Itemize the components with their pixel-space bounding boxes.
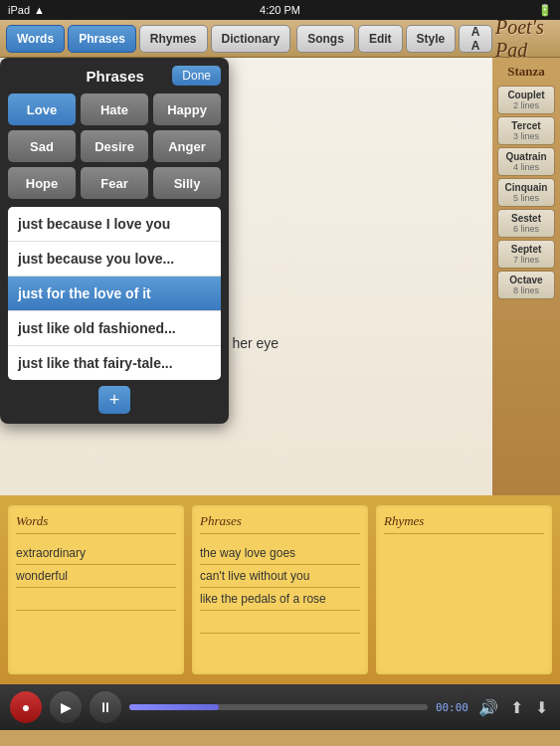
note-card-words-item: wonderful [16,565,176,588]
emotion-btn-love[interactable]: Love [8,93,76,125]
stanza-btn-couplet[interactable]: Couplet 2 lines [497,86,555,114]
toolbar-btn-edit[interactable]: Edit [358,25,403,53]
note-cards-area: Words extraordinary wonderful Phrases th… [0,495,560,684]
app-title: Poet's Pad [495,16,554,62]
carrier-label: iPad [8,4,30,16]
phrase-list: just because I love you just because you… [8,207,221,380]
note-card-rhymes-title: Rhymes [384,513,544,534]
stanza-btn-septet[interactable]: Septet 7 lines [497,240,555,269]
stanza-btn-sestet[interactable]: Sestet 6 lines [497,209,555,238]
phrase-item[interactable]: just like old fashioned... [8,311,221,346]
transport-time: 00:00 [436,701,468,714]
note-card-words-item: extraordinary [16,542,176,565]
emotion-grid: Love Hate Happy Sad Desire Anger Hope Fe… [8,93,221,199]
phrase-item-selected[interactable]: just for the love of it [8,277,221,311]
note-card-rhymes: Rhymes [376,505,552,674]
download-icon[interactable]: ⬇ [533,696,550,719]
status-bar: iPad ▲ 4:20 PM 🔋 [0,0,560,20]
editor-area[interactable]: s gone s along he's done house a home an… [0,58,492,495]
volume-icon[interactable]: 🔊 [476,696,500,719]
phrase-item[interactable]: just because I love you [8,207,221,242]
emotion-btn-hope[interactable]: Hope [8,167,76,199]
note-card-words-item [16,588,176,611]
wifi-icon: ▲ [34,4,45,16]
transport-bar: ● ▶ ⏸ 00:00 🔊 ⬆ ⬇ [0,684,560,730]
time-label: 4:20 PM [260,4,300,16]
transport-progress[interactable] [129,704,428,710]
note-card-words-title: Words [16,513,176,534]
phrases-title: Phrases [58,68,172,85]
pause-button[interactable]: ⏸ [90,691,121,723]
emotion-btn-fear[interactable]: Fear [81,167,148,199]
emotion-btn-happy[interactable]: Happy [153,93,221,125]
phrase-item[interactable]: just like that fairy-tale... [8,346,221,380]
note-card-words: Words extraordinary wonderful [8,505,184,674]
record-button[interactable]: ● [10,691,42,723]
phrases-panel: Phrases Done Love Hate Happy Sad Desire … [0,58,229,424]
emotion-btn-hate[interactable]: Hate [81,93,148,125]
top-toolbar: Words Phrases Rhymes Dictionary Songs Ed… [0,20,560,58]
stanza-btn-quatrain[interactable]: Quatrain 4 lines [497,147,555,176]
note-card-phrases-item: can't live without you [200,565,360,588]
emotion-btn-anger[interactable]: Anger [153,130,221,162]
main-area: s gone s along he's done house a home an… [0,58,560,495]
phrase-item[interactable]: just because you love... [8,242,221,277]
note-card-phrases: Phrases the way love goes can't live wit… [192,505,368,674]
share-icon[interactable]: ⬆ [508,696,525,719]
toolbar-btn-aa[interactable]: A A [459,25,492,53]
record-icon: ● [22,699,30,715]
stanza-btn-cinquain[interactable]: Cinquain 5 lines [497,178,555,207]
toolbar-btn-dictionary[interactable]: Dictionary [211,25,291,53]
toolbar-btn-rhymes[interactable]: Rhymes [139,25,208,53]
toolbar-btn-phrases[interactable]: Phrases [68,25,136,53]
note-card-phrases-title: Phrases [200,513,360,534]
emotion-btn-desire[interactable]: Desire [81,130,148,162]
stanza-panel: Stanza Couplet 2 lines Tercet 3 lines Qu… [492,58,560,495]
stanza-btn-tercet[interactable]: Tercet 3 lines [497,116,555,145]
stanza-btn-octave[interactable]: Octave 8 lines [497,271,555,299]
toolbar-btn-words[interactable]: Words [6,25,65,53]
toolbar-btn-style[interactable]: Style [406,25,457,53]
pause-icon: ⏸ [98,699,112,715]
stanza-title: Stanza [507,64,545,80]
toolbar-btn-songs[interactable]: Songs [296,25,355,53]
emotion-btn-silly[interactable]: Silly [153,167,221,199]
transport-progress-fill [129,704,219,710]
play-button[interactable]: ▶ [50,691,82,723]
phrase-add-button[interactable]: + [98,386,130,414]
note-card-phrases-item: like the pedals of a rose [200,588,360,611]
phrases-header: Phrases Done [8,66,221,86]
emotion-btn-sad[interactable]: Sad [8,130,76,162]
phrases-done-button[interactable]: Done [172,66,221,86]
play-icon: ▶ [61,699,72,715]
note-card-phrases-item [200,611,360,634]
note-card-phrases-item: the way love goes [200,542,360,565]
